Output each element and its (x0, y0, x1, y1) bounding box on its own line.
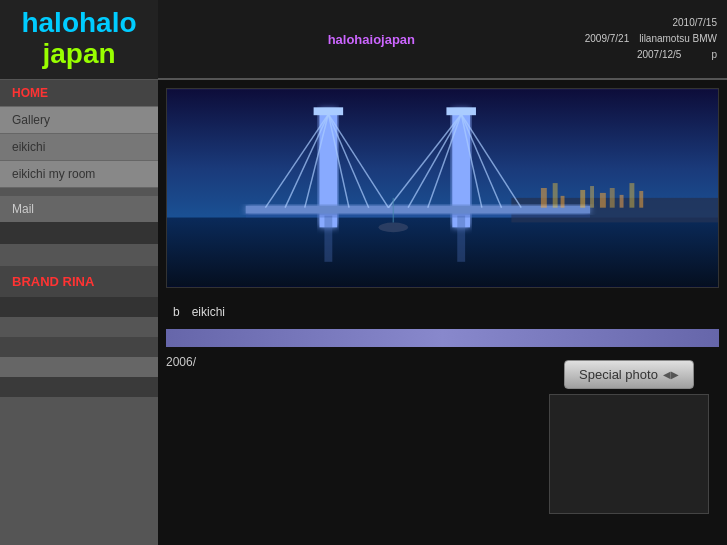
svg-rect-6 (446, 107, 476, 115)
svg-rect-4 (314, 107, 344, 115)
site-name: halohaiojapan (328, 32, 415, 47)
special-photo-label: Special photo (579, 367, 658, 382)
sidebar-item-brand[interactable]: BRAND RINA (0, 266, 158, 297)
header: halohalo japan halohaiojapan 2010/7/15 2… (0, 0, 727, 80)
svg-rect-30 (620, 195, 624, 208)
svg-rect-32 (639, 191, 643, 208)
svg-rect-1 (167, 218, 718, 287)
sidebar-stripe-2 (0, 317, 158, 337)
svg-rect-28 (600, 193, 606, 208)
sidebar-stripe-5 (0, 377, 158, 397)
sidebar: HOME Gallery eikichi eikichi my room Mai… (0, 80, 158, 545)
svg-rect-25 (561, 196, 565, 208)
sidebar-spacer (0, 188, 158, 196)
divider-bar (166, 329, 719, 347)
sidebar-stripe-3 (0, 337, 158, 357)
thumbnail-placeholder (549, 394, 709, 514)
logo-halo: halohalo (21, 7, 136, 38)
sidebar-item-home[interactable]: HOME (0, 80, 158, 107)
bottom-section: 2006/ Special photo (158, 347, 727, 545)
info-line1: 2010/7/15 (585, 15, 717, 31)
sidebar-bar-medium (0, 244, 158, 266)
special-photo-button[interactable]: Special photo (564, 360, 694, 389)
svg-rect-23 (541, 188, 547, 208)
svg-rect-7 (246, 206, 590, 214)
svg-rect-31 (629, 183, 634, 208)
caption-text: b eikichi (173, 304, 225, 321)
main-layout: HOME Gallery eikichi eikichi my room Mai… (0, 80, 727, 545)
logo: halohalo japan (21, 8, 136, 70)
svg-rect-29 (610, 188, 615, 208)
info-line3: 2007/12/5 p (585, 47, 717, 63)
sidebar-stripe-1 (0, 297, 158, 317)
logo-area: halohalo japan (0, 0, 158, 79)
sidebar-item-eikichi-room[interactable]: eikichi my room (0, 161, 158, 188)
svg-rect-22 (246, 214, 590, 218)
svg-rect-27 (590, 186, 594, 208)
bottom-right: Special photo (539, 355, 719, 537)
header-right: 2010/7/15 2009/7/21 lilanamotsu BMW 2007… (585, 15, 727, 63)
bottom-left: 2006/ (166, 355, 529, 537)
sidebar-item-mail[interactable]: Mail (0, 196, 158, 222)
content-area: b eikichi 2006/ Special photo (158, 80, 727, 545)
svg-point-33 (379, 222, 409, 232)
svg-rect-24 (553, 183, 558, 208)
caption-area: b eikichi (158, 296, 727, 329)
svg-rect-26 (580, 190, 585, 208)
logo-japan: japan (42, 38, 115, 69)
sidebar-item-eikichi[interactable]: eikichi (0, 134, 158, 161)
sidebar-stripe-4 (0, 357, 158, 377)
year-label: 2006/ (166, 355, 196, 369)
bridge-photo (166, 88, 719, 288)
info-line2: 2009/7/21 lilanamotsu BMW (585, 31, 717, 47)
sidebar-item-gallery[interactable]: Gallery (0, 107, 158, 134)
sidebar-bar-dark (0, 222, 158, 244)
header-middle: halohaiojapan (158, 27, 585, 52)
